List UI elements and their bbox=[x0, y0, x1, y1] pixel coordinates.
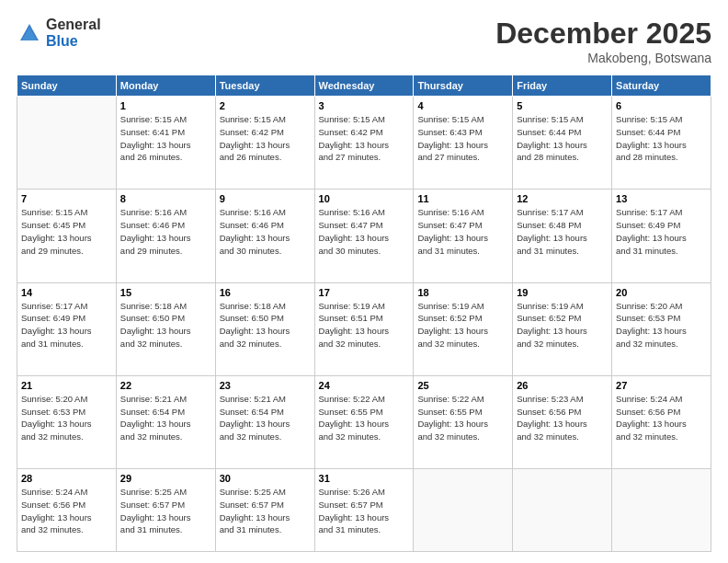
logo-blue: Blue bbox=[46, 33, 101, 50]
calendar-body: 1Sunrise: 5:15 AM Sunset: 6:41 PM Daylig… bbox=[17, 97, 711, 552]
day-info: Sunrise: 5:17 AM Sunset: 6:49 PM Dayligh… bbox=[21, 300, 112, 350]
calendar-cell: 26Sunrise: 5:23 AM Sunset: 6:56 PM Dayli… bbox=[513, 375, 612, 468]
header-cell-saturday: Saturday bbox=[612, 75, 711, 97]
calendar-cell: 31Sunrise: 5:26 AM Sunset: 6:57 PM Dayli… bbox=[314, 469, 414, 552]
day-number: 11 bbox=[417, 193, 508, 204]
calendar-cell: 14Sunrise: 5:17 AM Sunset: 6:49 PM Dayli… bbox=[17, 282, 117, 375]
calendar-cell: 15Sunrise: 5:18 AM Sunset: 6:50 PM Dayli… bbox=[116, 282, 215, 375]
day-number: 20 bbox=[616, 287, 707, 298]
calendar-cell: 13Sunrise: 5:17 AM Sunset: 6:49 PM Dayli… bbox=[612, 190, 711, 282]
calendar-cell: 23Sunrise: 5:21 AM Sunset: 6:54 PM Dayli… bbox=[215, 375, 314, 468]
month-title: December 2025 bbox=[495, 17, 711, 51]
calendar-cell: 25Sunrise: 5:22 AM Sunset: 6:55 PM Dayli… bbox=[414, 375, 513, 468]
calendar-cell: 20Sunrise: 5:20 AM Sunset: 6:53 PM Dayli… bbox=[612, 282, 711, 375]
day-info: Sunrise: 5:23 AM Sunset: 6:56 PM Dayligh… bbox=[517, 393, 608, 443]
calendar-week-4: 28Sunrise: 5:24 AM Sunset: 6:56 PM Dayli… bbox=[17, 469, 711, 552]
day-number: 1 bbox=[120, 100, 211, 111]
day-number: 26 bbox=[517, 380, 608, 391]
day-info: Sunrise: 5:26 AM Sunset: 6:57 PM Dayligh… bbox=[319, 486, 410, 536]
calendar-cell: 1Sunrise: 5:15 AM Sunset: 6:41 PM Daylig… bbox=[116, 97, 215, 190]
logo-icon bbox=[17, 20, 42, 46]
header-cell-monday: Monday bbox=[116, 75, 215, 97]
header-row: SundayMondayTuesdayWednesdayThursdayFrid… bbox=[17, 75, 711, 97]
day-number: 23 bbox=[220, 380, 311, 391]
calendar-cell: 4Sunrise: 5:15 AM Sunset: 6:43 PM Daylig… bbox=[414, 97, 513, 190]
calendar-week-3: 21Sunrise: 5:20 AM Sunset: 6:53 PM Dayli… bbox=[17, 375, 711, 468]
calendar-cell: 3Sunrise: 5:15 AM Sunset: 6:42 PM Daylig… bbox=[314, 97, 414, 190]
day-info: Sunrise: 5:22 AM Sunset: 6:55 PM Dayligh… bbox=[319, 393, 410, 443]
day-info: Sunrise: 5:21 AM Sunset: 6:54 PM Dayligh… bbox=[220, 393, 311, 443]
day-number: 16 bbox=[220, 287, 311, 298]
day-info: Sunrise: 5:24 AM Sunset: 6:56 PM Dayligh… bbox=[616, 393, 707, 443]
day-number: 31 bbox=[319, 473, 410, 484]
logo: General Blue bbox=[17, 17, 101, 49]
calendar-cell: 9Sunrise: 5:16 AM Sunset: 6:46 PM Daylig… bbox=[215, 190, 314, 282]
calendar-cell: 6Sunrise: 5:15 AM Sunset: 6:44 PM Daylig… bbox=[612, 97, 711, 190]
day-info: Sunrise: 5:15 AM Sunset: 6:44 PM Dayligh… bbox=[616, 113, 707, 164]
day-info: Sunrise: 5:17 AM Sunset: 6:48 PM Dayligh… bbox=[517, 206, 608, 257]
calendar-cell: 11Sunrise: 5:16 AM Sunset: 6:47 PM Dayli… bbox=[414, 190, 513, 282]
calendar-cell: 24Sunrise: 5:22 AM Sunset: 6:55 PM Dayli… bbox=[314, 375, 414, 468]
day-number: 21 bbox=[21, 380, 112, 391]
day-info: Sunrise: 5:25 AM Sunset: 6:57 PM Dayligh… bbox=[120, 486, 211, 536]
page: General Blue December 2025 Makobeng, Bot… bbox=[0, 0, 728, 563]
day-number: 9 bbox=[220, 193, 311, 204]
day-info: Sunrise: 5:15 AM Sunset: 6:45 PM Dayligh… bbox=[21, 206, 112, 257]
day-number: 12 bbox=[517, 193, 608, 204]
header-cell-wednesday: Wednesday bbox=[314, 75, 414, 97]
day-info: Sunrise: 5:20 AM Sunset: 6:53 PM Dayligh… bbox=[616, 300, 707, 350]
day-info: Sunrise: 5:15 AM Sunset: 6:42 PM Dayligh… bbox=[319, 113, 410, 164]
calendar-week-1: 7Sunrise: 5:15 AM Sunset: 6:45 PM Daylig… bbox=[17, 190, 711, 282]
day-info: Sunrise: 5:16 AM Sunset: 6:47 PM Dayligh… bbox=[417, 206, 508, 257]
calendar-cell: 21Sunrise: 5:20 AM Sunset: 6:53 PM Dayli… bbox=[17, 375, 117, 468]
calendar-cell: 30Sunrise: 5:25 AM Sunset: 6:57 PM Dayli… bbox=[215, 469, 314, 552]
calendar-cell: 18Sunrise: 5:19 AM Sunset: 6:52 PM Dayli… bbox=[414, 282, 513, 375]
day-info: Sunrise: 5:18 AM Sunset: 6:50 PM Dayligh… bbox=[120, 300, 211, 350]
day-info: Sunrise: 5:25 AM Sunset: 6:57 PM Dayligh… bbox=[220, 486, 311, 536]
calendar-week-0: 1Sunrise: 5:15 AM Sunset: 6:41 PM Daylig… bbox=[17, 97, 711, 190]
calendar-cell: 8Sunrise: 5:16 AM Sunset: 6:46 PM Daylig… bbox=[116, 190, 215, 282]
header-cell-tuesday: Tuesday bbox=[215, 75, 314, 97]
day-number: 15 bbox=[120, 287, 211, 298]
calendar-cell bbox=[513, 469, 612, 552]
location: Makobeng, Botswana bbox=[495, 51, 711, 65]
day-number: 18 bbox=[417, 287, 508, 298]
calendar-cell bbox=[17, 97, 117, 190]
calendar-cell: 28Sunrise: 5:24 AM Sunset: 6:56 PM Dayli… bbox=[17, 469, 117, 552]
calendar-cell: 17Sunrise: 5:19 AM Sunset: 6:51 PM Dayli… bbox=[314, 282, 414, 375]
calendar-cell: 2Sunrise: 5:15 AM Sunset: 6:42 PM Daylig… bbox=[215, 97, 314, 190]
logo-text: General Blue bbox=[46, 17, 101, 49]
day-number: 29 bbox=[120, 473, 211, 484]
calendar-cell: 29Sunrise: 5:25 AM Sunset: 6:57 PM Dayli… bbox=[116, 469, 215, 552]
day-info: Sunrise: 5:16 AM Sunset: 6:46 PM Dayligh… bbox=[120, 206, 211, 257]
calendar-cell: 27Sunrise: 5:24 AM Sunset: 6:56 PM Dayli… bbox=[612, 375, 711, 468]
day-number: 19 bbox=[517, 287, 608, 298]
day-info: Sunrise: 5:19 AM Sunset: 6:52 PM Dayligh… bbox=[517, 300, 608, 350]
day-number: 7 bbox=[21, 193, 112, 204]
day-number: 6 bbox=[616, 100, 707, 111]
day-number: 13 bbox=[616, 193, 707, 204]
calendar-cell: 19Sunrise: 5:19 AM Sunset: 6:52 PM Dayli… bbox=[513, 282, 612, 375]
calendar-cell: 12Sunrise: 5:17 AM Sunset: 6:48 PM Dayli… bbox=[513, 190, 612, 282]
day-number: 10 bbox=[319, 193, 410, 204]
day-number: 27 bbox=[616, 380, 707, 391]
header-cell-sunday: Sunday bbox=[17, 75, 117, 97]
day-info: Sunrise: 5:22 AM Sunset: 6:55 PM Dayligh… bbox=[417, 393, 508, 443]
day-info: Sunrise: 5:24 AM Sunset: 6:56 PM Dayligh… bbox=[21, 486, 112, 536]
day-number: 22 bbox=[120, 380, 211, 391]
day-number: 30 bbox=[220, 473, 311, 484]
day-number: 24 bbox=[319, 380, 410, 391]
calendar-cell bbox=[414, 469, 513, 552]
calendar-week-2: 14Sunrise: 5:17 AM Sunset: 6:49 PM Dayli… bbox=[17, 282, 711, 375]
calendar-cell: 5Sunrise: 5:15 AM Sunset: 6:44 PM Daylig… bbox=[513, 97, 612, 190]
day-number: 14 bbox=[21, 287, 112, 298]
header-cell-thursday: Thursday bbox=[414, 75, 513, 97]
day-info: Sunrise: 5:17 AM Sunset: 6:49 PM Dayligh… bbox=[616, 206, 707, 257]
day-number: 17 bbox=[319, 287, 410, 298]
calendar-header: SundayMondayTuesdayWednesdayThursdayFrid… bbox=[17, 75, 711, 97]
day-info: Sunrise: 5:15 AM Sunset: 6:43 PM Dayligh… bbox=[417, 113, 508, 164]
day-number: 4 bbox=[417, 100, 508, 111]
day-number: 2 bbox=[220, 100, 311, 111]
day-number: 5 bbox=[517, 100, 608, 111]
day-info: Sunrise: 5:15 AM Sunset: 6:42 PM Dayligh… bbox=[220, 113, 311, 164]
